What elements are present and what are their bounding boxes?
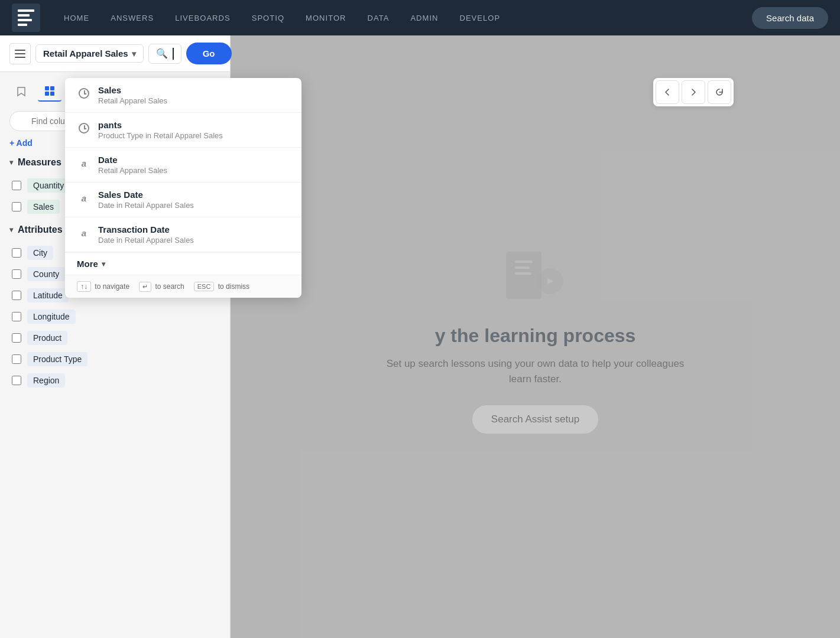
svg-rect-1 <box>18 14 30 17</box>
column-item-product-type[interactable]: Product Type <box>9 349 220 370</box>
suggestion-text-date: Date Retail Apparel Sales <box>98 155 167 175</box>
clock-icon-sales <box>77 86 91 100</box>
hamburger-button[interactable] <box>9 43 31 64</box>
column-checkbox-sales[interactable] <box>12 202 21 211</box>
more-chevron-icon: ▾ <box>102 260 105 268</box>
letter-a-icon-sales-date: a <box>77 191 91 205</box>
suggestion-item-sales-date[interactable]: a Sales Date Date in Retail Apparel Sale… <box>65 183 301 217</box>
datasource-name: Retail Apparel Sales <box>43 48 128 58</box>
column-checkbox-quantity-sold[interactable] <box>12 181 21 190</box>
svg-rect-9 <box>45 92 49 96</box>
hint-navigate: ↑↓ to navigate <box>77 281 129 292</box>
column-item-region[interactable]: Region <box>9 370 220 391</box>
suggestion-item-transaction-date[interactable]: a Transaction Date Date in Retail Appare… <box>65 217 301 252</box>
content-area: y the learning process Set up search les… <box>231 35 840 638</box>
column-checkbox-county[interactable] <box>12 269 21 279</box>
measures-chevron-icon: ▾ <box>9 158 13 167</box>
back-button[interactable] <box>656 80 679 104</box>
search-icon: 🔍 <box>156 48 168 59</box>
svg-rect-6 <box>15 57 25 58</box>
datasource-chevron-icon: ▾ <box>132 49 136 58</box>
svg-rect-8 <box>50 86 54 90</box>
suggestion-text-sales: Sales Retail Apparel Sales <box>98 85 167 105</box>
main-area: Retail Apparel Sales ▾ 🔍 Go <box>0 35 840 638</box>
suggestion-text-transaction-date: Transaction Date Date in Retail Apparel … <box>98 224 194 245</box>
column-item-product[interactable]: Product <box>9 327 220 349</box>
enter-key-icon: ↵ <box>139 282 151 292</box>
overlay <box>231 35 840 638</box>
clock-icon-pants <box>77 121 91 135</box>
suggestion-dropdown: Sales Retail Apparel Sales pants Product… <box>65 78 301 298</box>
keyboard-hints: ↑↓ to navigate ↵ to search ESC to dismis… <box>65 275 301 298</box>
svg-rect-5 <box>15 53 25 54</box>
column-checkbox-longitude[interactable] <box>12 312 21 321</box>
suggestion-text-pants: pants Product Type in Retail Apparel Sal… <box>98 120 223 140</box>
go-button[interactable]: Go <box>186 43 232 64</box>
attributes-label: Attributes <box>18 224 63 235</box>
svg-rect-7 <box>45 86 49 90</box>
nav-item-data[interactable]: DATA <box>358 9 398 27</box>
nav-item-answers[interactable]: ANSWERS <box>101 9 163 27</box>
column-tag-latitude: Latitude <box>27 288 69 302</box>
suggestion-item-date[interactable]: a Date Retail Apparel Sales <box>65 148 301 183</box>
letter-a-icon-date: a <box>77 156 91 170</box>
more-label: More <box>77 259 98 269</box>
column-tag-sales: Sales <box>27 200 60 214</box>
search-bar-row: Retail Apparel Sales ▾ 🔍 Go <box>0 35 230 72</box>
svg-rect-4 <box>15 50 25 51</box>
column-checkbox-city[interactable] <box>12 248 21 258</box>
nav-item-home[interactable]: HOME <box>54 9 99 27</box>
search-data-button[interactable]: Search data <box>752 7 828 29</box>
svg-rect-0 <box>18 9 34 12</box>
measures-label: Measures <box>18 157 61 168</box>
datasource-selector[interactable]: Retail Apparel Sales ▾ <box>35 44 144 63</box>
column-tag-region: Region <box>27 373 65 388</box>
nav-item-liveboards[interactable]: LIVEBOARDS <box>166 9 240 27</box>
hint-dismiss: ESC to dismiss <box>194 282 249 291</box>
attributes-chevron-icon: ▾ <box>9 226 13 234</box>
hint-search: ↵ to search <box>139 282 184 292</box>
arrow-keys-icon: ↑↓ <box>77 281 91 292</box>
column-tag-longitude: Longitude <box>27 310 76 324</box>
app-logo[interactable] <box>12 4 40 32</box>
forward-button[interactable] <box>682 80 705 104</box>
nav-items-list: HOME ANSWERS LIVEBOARDS SPOTIQ MONITOR D… <box>54 9 747 27</box>
column-checkbox-latitude[interactable] <box>12 291 21 300</box>
nav-item-admin[interactable]: ADMIN <box>401 9 447 27</box>
nav-item-monitor[interactable]: MONITOR <box>296 9 355 27</box>
nav-item-spotiq[interactable]: SPOTIQ <box>242 9 294 27</box>
suggestion-text-sales-date: Sales Date Date in Retail Apparel Sales <box>98 190 194 210</box>
svg-rect-10 <box>50 92 54 96</box>
suggestion-item-sales[interactable]: Sales Retail Apparel Sales <box>65 78 301 113</box>
column-tag-city: City <box>27 246 53 260</box>
column-item-longitude[interactable]: Longitude <box>9 306 220 327</box>
column-tag-product-type: Product Type <box>27 352 87 366</box>
column-tag-county: County <box>27 267 65 281</box>
nav-item-develop[interactable]: DEVELOP <box>450 9 510 27</box>
refresh-button[interactable] <box>708 80 731 104</box>
column-checkbox-region[interactable] <box>12 376 21 385</box>
more-suggestions-button[interactable]: More ▾ <box>65 252 301 275</box>
svg-rect-2 <box>18 19 32 21</box>
esc-key-icon: ESC <box>194 282 215 291</box>
search-input-container[interactable]: 🔍 <box>148 44 181 64</box>
text-cursor <box>173 48 174 60</box>
top-navigation: HOME ANSWERS LIVEBOARDS SPOTIQ MONITOR D… <box>0 0 840 35</box>
column-checkbox-product-type[interactable] <box>12 354 21 364</box>
svg-rect-3 <box>18 24 27 26</box>
letter-a-icon-transaction-date: a <box>77 226 91 240</box>
suggestion-item-pants[interactable]: pants Product Type in Retail Apparel Sal… <box>65 113 301 148</box>
tab-bookmarks[interactable] <box>9 82 33 101</box>
column-tag-product: Product <box>27 331 67 345</box>
tab-grid[interactable] <box>38 82 61 102</box>
column-checkbox-product[interactable] <box>12 333 21 343</box>
